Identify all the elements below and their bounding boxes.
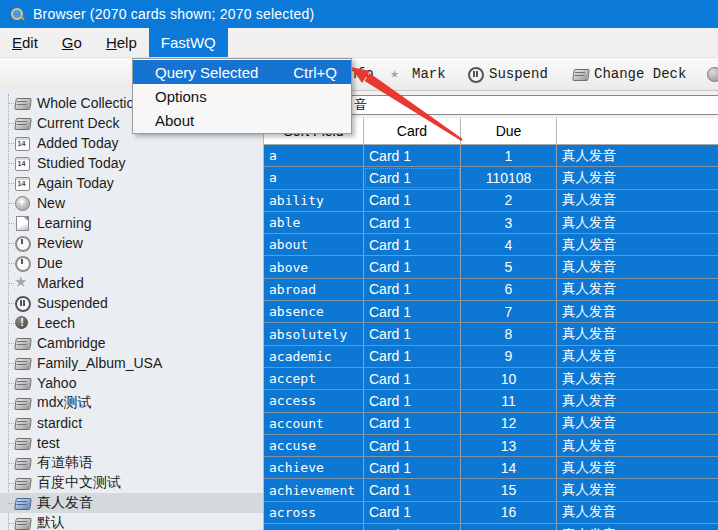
table-row[interactable]: accountCard 112真人发音 xyxy=(264,413,718,435)
table-cell[interactable]: 8 xyxy=(461,323,557,344)
table-cell[interactable]: act xyxy=(264,524,364,530)
table-cell[interactable]: 真人发音 xyxy=(557,435,718,456)
table-cell[interactable]: Card 1 xyxy=(364,413,461,434)
sidebar-item-studied-today[interactable]: Studied Today xyxy=(0,153,263,173)
table-cell[interactable]: Card 1 xyxy=(364,368,461,389)
table-cell[interactable]: accuse xyxy=(264,435,364,456)
table-cell[interactable]: 7 xyxy=(461,301,557,322)
table-cell[interactable]: 11 xyxy=(461,390,557,411)
table-cell[interactable]: 17 xyxy=(461,524,557,530)
table-row[interactable]: absolutelyCard 18真人发音 xyxy=(264,323,718,345)
table-cell[interactable]: 6 xyxy=(461,279,557,300)
table-row[interactable]: acrossCard 116真人发音 xyxy=(264,502,718,524)
table-cell[interactable]: 真人发音 xyxy=(557,212,718,233)
table-cell[interactable]: 真人发音 xyxy=(557,190,718,211)
column-header-card[interactable]: Card xyxy=(364,118,461,144)
table-cell[interactable]: 真人发音 xyxy=(557,346,718,367)
table-row[interactable]: abilityCard 12真人发音 xyxy=(264,190,718,212)
table-cell[interactable]: 真人发音 xyxy=(557,524,718,530)
menu-edit[interactable]: Edit xyxy=(0,28,50,57)
table-cell[interactable]: 15 xyxy=(461,479,557,500)
sidebar-item-added-today[interactable]: Added Today xyxy=(0,133,263,153)
table-cell[interactable]: Card 1 xyxy=(364,167,461,188)
table-row[interactable]: aCard 1110108真人发音 xyxy=(264,167,718,189)
table-cell[interactable]: access xyxy=(264,390,364,411)
table-cell[interactable]: above xyxy=(264,256,364,277)
table-row[interactable]: academicCard 19真人发音 xyxy=(264,346,718,368)
toolbar-button-partial[interactable] xyxy=(706,58,718,90)
table-row[interactable]: actCard 117真人发音 xyxy=(264,524,718,530)
table-cell[interactable]: achieve xyxy=(264,457,364,478)
table-cell[interactable]: 真人发音 xyxy=(557,256,718,277)
table-cell[interactable]: Card 1 xyxy=(364,145,461,166)
sidebar-item-review[interactable]: Review xyxy=(0,233,263,253)
menu-fastwq[interactable]: FastWQ xyxy=(149,28,228,57)
table-cell[interactable]: achievement xyxy=(264,479,364,500)
sidebar-item-family-album-usa[interactable]: Family_Album_USA xyxy=(0,353,263,373)
sidebar-item-leech[interactable]: Leech xyxy=(0,313,263,333)
menu-item-query-selected[interactable]: Query SelectedCtrl+Q xyxy=(133,60,351,84)
table-cell[interactable]: ability xyxy=(264,190,364,211)
sidebar-item-默认[interactable]: 默认 xyxy=(0,513,263,530)
table-cell[interactable]: Card 1 xyxy=(364,301,461,322)
table-row[interactable]: achieveCard 114真人发音 xyxy=(264,457,718,479)
column-header-due[interactable]: Due xyxy=(461,118,557,144)
sidebar-item-test[interactable]: test xyxy=(0,433,263,453)
table-row[interactable]: aboutCard 14真人发音 xyxy=(264,234,718,256)
table-cell[interactable]: accept xyxy=(264,368,364,389)
table-cell[interactable]: 14 xyxy=(461,457,557,478)
sidebar-item-stardict[interactable]: stardict xyxy=(0,413,263,433)
menu-item-about[interactable]: About xyxy=(133,108,351,132)
sidebar-item-cambridge[interactable]: Cambridge xyxy=(0,333,263,353)
table-cell[interactable]: able xyxy=(264,212,364,233)
sidebar-item-百度中文测试[interactable]: 百度中文测试 xyxy=(0,473,263,493)
menu-go[interactable]: Go xyxy=(50,28,94,57)
table-cell[interactable]: academic xyxy=(264,346,364,367)
table-cell[interactable]: across xyxy=(264,502,364,523)
sidebar-item-suspended[interactable]: Suspended xyxy=(0,293,263,313)
table-cell[interactable]: 13 xyxy=(461,435,557,456)
table-row[interactable]: acceptCard 110真人发音 xyxy=(264,368,718,390)
table-cell[interactable]: absence xyxy=(264,301,364,322)
table-row[interactable]: absenceCard 17真人发音 xyxy=(264,301,718,323)
toolbar-button-change-deck[interactable]: Change Deck xyxy=(572,58,686,90)
table-cell[interactable]: 真人发音 xyxy=(557,301,718,322)
sidebar-item-真人发音[interactable]: 真人发音 xyxy=(0,493,263,513)
table-cell[interactable]: account xyxy=(264,413,364,434)
sidebar-item-again-today[interactable]: Again Today xyxy=(0,173,263,193)
sidebar-item-due[interactable]: Due xyxy=(0,253,263,273)
sidebar-item-learning[interactable]: Learning xyxy=(0,213,263,233)
table-cell[interactable]: 真人发音 xyxy=(557,279,718,300)
menu-help[interactable]: Help xyxy=(94,28,149,57)
table-cell[interactable]: Card 1 xyxy=(364,346,461,367)
table-cell[interactable]: 16 xyxy=(461,502,557,523)
table-row[interactable]: achievementCard 115真人发音 xyxy=(264,479,718,501)
table-cell[interactable]: a xyxy=(264,145,364,166)
column-header-deck[interactable] xyxy=(557,118,718,144)
table-row[interactable]: accuseCard 113真人发音 xyxy=(264,435,718,457)
table-cell[interactable]: absolutely xyxy=(264,323,364,344)
sidebar-item-new[interactable]: New xyxy=(0,193,263,213)
table-cell[interactable]: Card 1 xyxy=(364,323,461,344)
table-cell[interactable]: Card 1 xyxy=(364,502,461,523)
table-cell[interactable]: 1 xyxy=(461,145,557,166)
table-row[interactable]: abroadCard 16真人发音 xyxy=(264,279,718,301)
table-cell[interactable]: abroad xyxy=(264,279,364,300)
table-cell[interactable]: 真人发音 xyxy=(557,368,718,389)
table-cell[interactable]: 真人发音 xyxy=(557,479,718,500)
table-cell[interactable]: a xyxy=(264,167,364,188)
table-row[interactable]: accessCard 111真人发音 xyxy=(264,390,718,412)
table-cell[interactable]: Card 1 xyxy=(364,234,461,255)
sidebar-item-mdx测试[interactable]: mdx测试 xyxy=(0,393,263,413)
table-cell[interactable]: 真人发音 xyxy=(557,457,718,478)
table-cell[interactable]: Card 1 xyxy=(364,190,461,211)
table-cell[interactable]: 3 xyxy=(461,212,557,233)
table-cell[interactable]: 真人发音 xyxy=(557,390,718,411)
table-cell[interactable]: Card 1 xyxy=(364,279,461,300)
table-cell[interactable]: Card 1 xyxy=(364,212,461,233)
table-row[interactable]: aCard 11真人发音 xyxy=(264,145,718,167)
table-cell[interactable]: Card 1 xyxy=(364,479,461,500)
table-cell[interactable]: Card 1 xyxy=(364,435,461,456)
sidebar-item-marked[interactable]: Marked xyxy=(0,273,263,293)
table-cell[interactable]: 5 xyxy=(461,256,557,277)
